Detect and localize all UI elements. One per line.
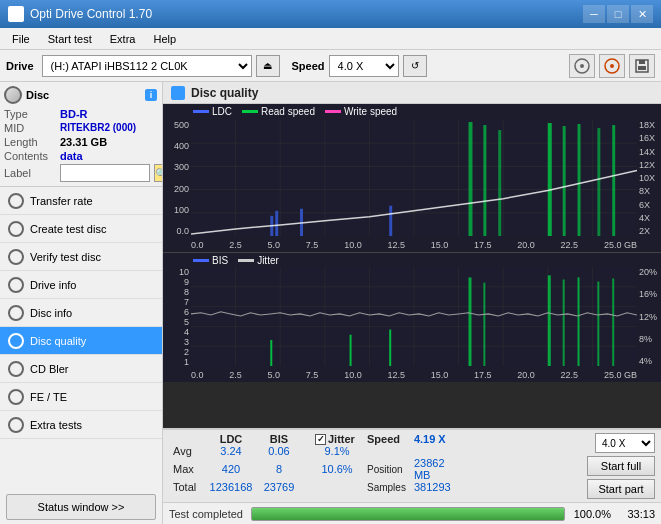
verify-test-disc-icon — [8, 249, 24, 265]
y-right-4pct: 4% — [639, 356, 661, 366]
drive-select[interactable]: (H:) ATAPI iHBS112 2 CL0K — [42, 55, 252, 77]
svg-rect-58 — [612, 278, 614, 366]
y-bot-1: 1 — [163, 357, 189, 367]
max-jitter: 10.6% — [311, 457, 363, 481]
right-panel: Disc quality LDC Read speed — [163, 82, 661, 524]
minimize-button[interactable]: ─ — [583, 5, 605, 23]
max-label: Max — [169, 457, 205, 481]
speed-select-stats[interactable]: 4.0 X — [595, 433, 655, 453]
y-bot-6: 6 — [163, 307, 189, 317]
start-full-button[interactable]: Start full — [587, 456, 655, 476]
svg-rect-26 — [389, 206, 392, 236]
svg-rect-55 — [563, 280, 565, 366]
x-top-20: 20.0 — [517, 240, 535, 250]
y-bot-10: 10 — [163, 267, 189, 277]
svg-rect-49 — [270, 340, 272, 366]
nav-item-extra-tests[interactable]: Extra tests — [0, 411, 162, 439]
label-label: Label — [4, 167, 56, 179]
eject-button[interactable]: ⏏ — [256, 55, 280, 77]
svg-rect-51 — [389, 330, 391, 366]
read-speed-legend: Read speed — [242, 106, 315, 117]
svg-point-1 — [580, 64, 584, 68]
col-speed-value: 4.19 X — [410, 433, 460, 445]
top-chart-svg — [191, 120, 637, 236]
jitter-col-label: Jitter — [328, 433, 355, 445]
write-speed-legend: Write speed — [325, 106, 397, 117]
main-layout: Disc i Type BD-R MID RITEKBR2 (000) Leng… — [0, 82, 661, 524]
label-input[interactable] — [60, 164, 150, 182]
nav-label-create-test-disc: Create test disc — [30, 223, 106, 235]
left-panel: Disc i Type BD-R MID RITEKBR2 (000) Leng… — [0, 82, 163, 524]
menu-start-test[interactable]: Start test — [40, 31, 100, 47]
disc-quality-header-icon — [171, 86, 185, 100]
svg-rect-57 — [597, 282, 599, 366]
y-right-8x: 8X — [639, 186, 661, 196]
speed-select[interactable]: 4.0 X — [329, 55, 399, 77]
max-ldc: 420 — [205, 457, 257, 481]
x-bot-0: 0.0 — [191, 370, 204, 380]
menu-extra[interactable]: Extra — [102, 31, 144, 47]
nav-label-transfer-rate: Transfer rate — [30, 195, 93, 207]
save-icon-btn[interactable] — [629, 54, 655, 78]
toolbar: Drive (H:) ATAPI iHBS112 2 CL0K ⏏ Speed … — [0, 50, 661, 82]
nav-item-verify-test-disc[interactable]: Verify test disc — [0, 243, 162, 271]
jitter-legend: Jitter — [238, 255, 279, 266]
svg-rect-5 — [638, 66, 646, 70]
svg-rect-29 — [498, 130, 501, 236]
col-jitter-check: ✓ Jitter — [311, 433, 363, 445]
top-chart: LDC Read speed Write speed 500 400 300 — [163, 104, 661, 252]
nav-item-cd-bler[interactable]: CD Bler — [0, 355, 162, 383]
x-top-2.5: 2.5 — [229, 240, 242, 250]
total-bis: 23769 — [257, 481, 301, 493]
nav-item-create-test-disc[interactable]: Create test disc — [0, 215, 162, 243]
svg-rect-50 — [350, 335, 352, 366]
nav-item-disc-quality[interactable]: Disc quality — [0, 327, 162, 355]
start-part-button[interactable]: Start part — [587, 479, 655, 499]
bis-legend-label: BIS — [212, 255, 228, 266]
svg-rect-30 — [548, 123, 552, 236]
close-button[interactable]: ✕ — [631, 5, 653, 23]
x-top-5: 5.0 — [268, 240, 281, 250]
y-right-16x: 16X — [639, 133, 661, 143]
menu-help[interactable]: Help — [145, 31, 184, 47]
avg-ldc: 3.24 — [205, 445, 257, 457]
svg-rect-6 — [639, 60, 645, 64]
x-top-12.5: 12.5 — [387, 240, 405, 250]
y-top-300: 300 — [163, 162, 189, 172]
status-window-button[interactable]: Status window >> — [6, 494, 156, 520]
svg-rect-53 — [483, 283, 485, 366]
nav-item-transfer-rate[interactable]: Transfer rate — [0, 187, 162, 215]
nav-item-disc-info[interactable]: Disc info — [0, 299, 162, 327]
drive-label: Drive — [6, 60, 34, 72]
jitter-checkbox[interactable]: ✓ — [315, 434, 326, 445]
refresh-button[interactable]: ↺ — [403, 55, 427, 77]
disc-write-icon-btn[interactable] — [569, 54, 595, 78]
position-value-avg — [410, 445, 460, 457]
ldc-legend-label: LDC — [212, 106, 232, 117]
y-bot-7: 7 — [163, 297, 189, 307]
x-top-25: 25.0 GB — [604, 240, 637, 250]
maximize-button[interactable]: □ — [607, 5, 629, 23]
status-text: Test completed — [169, 508, 243, 520]
read-speed-legend-label: Read speed — [261, 106, 315, 117]
x-bot-17.5: 17.5 — [474, 370, 492, 380]
avg-jitter: 9.1% — [311, 445, 363, 457]
disc-action-icon: i — [144, 88, 158, 102]
menu-file[interactable]: File — [4, 31, 38, 47]
speed-label: Speed — [292, 60, 325, 72]
x-bot-25: 25.0 GB — [604, 370, 637, 380]
label-search-button[interactable]: 🔍 — [154, 164, 163, 182]
y-top-400: 400 — [163, 141, 189, 151]
y-right-16pct: 16% — [639, 289, 661, 299]
nav-item-fe-te[interactable]: FE / TE — [0, 383, 162, 411]
disc-read-icon-btn[interactable] — [599, 54, 625, 78]
y-bot-3: 3 — [163, 337, 189, 347]
x-bot-5: 5.0 — [268, 370, 281, 380]
svg-rect-56 — [578, 277, 580, 366]
ldc-legend: LDC — [193, 106, 232, 117]
titlebar: Opti Drive Control 1.70 ─ □ ✕ — [0, 0, 661, 28]
position-label — [363, 445, 410, 457]
nav-item-drive-info[interactable]: Drive info — [0, 271, 162, 299]
position-value-max: 23862 MB — [410, 457, 460, 481]
x-top-22.5: 22.5 — [561, 240, 579, 250]
